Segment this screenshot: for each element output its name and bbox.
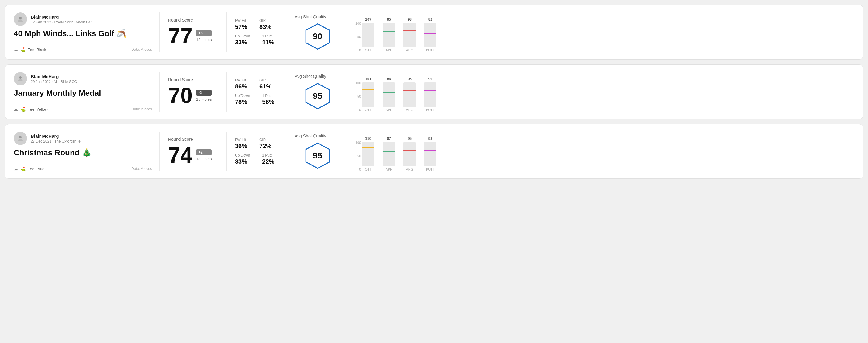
updown-stat: Up/Down 33% <box>235 34 250 46</box>
user-info: Blair McHarg 12 Feb 2022 · Royal North D… <box>31 14 92 24</box>
round-card-1: Blair McHarg 12 Feb 2022 · Royal North D… <box>5 5 863 60</box>
holes-label: 18 Holes <box>196 37 212 42</box>
tee-info: ☁ ⛳ Tee: Yellow <box>14 107 48 112</box>
bottom-row: ☁ ⛳ Tee: Black Data: Arccos <box>14 47 152 52</box>
bar-group-app: 86 APP <box>383 77 395 112</box>
weather-icon: ☁ <box>14 166 18 171</box>
quality-section: Avg Shot Quality 95 <box>287 72 348 112</box>
left-section: Blair McHarg 12 Feb 2022 · Royal North D… <box>14 12 160 52</box>
stats-row-bottom: Up/Down 33% 1 Putt 11% <box>235 34 278 46</box>
stats-section: FW Hit 36% GIR 72% Up/Down 33% 1 Putt 22… <box>226 132 287 171</box>
user-row: Blair McHarg 27 Dec 2021 · The Oxfordshi… <box>14 132 152 145</box>
gir-stat: GIR 61% <box>259 78 272 90</box>
score-number: 70 <box>168 85 192 106</box>
score-badge: +5 <box>196 30 212 36</box>
bar-chart: 100500 101 OTT 86 APP 96 ARG 99 <box>355 72 849 112</box>
fw-hit-stat: FW Hit 86% <box>235 78 247 90</box>
quality-label: Avg Shot Quality <box>294 133 326 138</box>
stats-row-bottom: Up/Down 78% 1 Putt 56% <box>235 94 278 105</box>
round-card-3: Blair McHarg 27 Dec 2021 · The Oxfordshi… <box>5 124 863 179</box>
quality-section: Avg Shot Quality 90 <box>287 12 348 52</box>
gir-stat: GIR 72% <box>259 138 272 150</box>
user-info: Blair McHarg 27 Dec 2021 · The Oxfordshi… <box>31 133 81 144</box>
oneputt-stat: 1 Putt 56% <box>262 94 274 105</box>
updown-stat: Up/Down 78% <box>235 94 250 105</box>
bottom-row: ☁ ⛳ Tee: Yellow Data: Arccos <box>14 107 152 112</box>
bar-group-ott: 101 OTT <box>362 77 374 112</box>
updown-stat: Up/Down 33% <box>235 153 250 165</box>
stats-row-top: FW Hit 36% GIR 72% <box>235 138 278 150</box>
hex-score: 95 <box>313 151 322 161</box>
chart-section: 100500 110 OTT 87 APP 95 ARG 93 <box>348 132 854 171</box>
user-row: Blair McHarg 12 Feb 2022 · Royal North D… <box>14 12 152 26</box>
score-badge: -2 <box>196 90 212 96</box>
score-detail: +5 18 Holes <box>196 30 212 42</box>
quality-label: Avg Shot Quality <box>294 14 326 19</box>
data-source: Data: Arccos <box>131 48 152 52</box>
user-name: Blair McHarg <box>31 74 77 79</box>
round-score-label: Round Score <box>168 77 218 82</box>
tee-info: ☁ ⛳ Tee: Blue <box>14 166 44 171</box>
avatar <box>14 12 27 26</box>
stats-section: FW Hit 86% GIR 61% Up/Down 78% 1 Putt 56… <box>226 72 287 112</box>
left-section: Blair McHarg 27 Dec 2021 · The Oxfordshi… <box>14 132 160 171</box>
score-section: Round Score 74 +2 18 Holes <box>160 132 226 171</box>
fw-hit-stat: FW Hit 57% <box>235 19 247 30</box>
round-card-2: Blair McHarg 29 Jan 2022 · Mill Ride GCC… <box>5 64 863 119</box>
hex-score: 90 <box>313 32 322 41</box>
quality-label: Avg Shot Quality <box>294 74 326 79</box>
score-number: 74 <box>168 144 192 166</box>
score-badge: +2 <box>196 149 212 155</box>
round-score-label: Round Score <box>168 18 218 23</box>
hexagon-wrapper: 95 <box>304 83 331 110</box>
tee-label: Tee: Blue <box>28 167 44 171</box>
bar-group-putt: 82 PUTT <box>424 17 436 52</box>
bar-group-app: 95 APP <box>383 17 395 52</box>
left-section: Blair McHarg 29 Jan 2022 · Mill Ride GCC… <box>14 72 160 112</box>
bag-icon: ⛳ <box>20 107 26 112</box>
user-info: Blair McHarg 29 Jan 2022 · Mill Ride GCC <box>31 74 77 84</box>
bar-group-arg: 98 ARG <box>403 17 415 52</box>
date-venue: 29 Jan 2022 · Mill Ride GCC <box>31 80 77 84</box>
quality-section: Avg Shot Quality 95 <box>287 132 348 171</box>
round-title: January Monthly Medal <box>14 89 152 98</box>
stats-row-top: FW Hit 57% GIR 83% <box>235 19 278 30</box>
hexagon-wrapper: 95 <box>304 142 331 169</box>
round-score-label: Round Score <box>168 137 218 142</box>
bar-group-app: 87 APP <box>383 136 395 171</box>
gir-stat: GIR 83% <box>259 19 272 30</box>
chart-section: 100500 107 OTT 95 APP 98 ARG 82 <box>348 12 854 52</box>
chart-section: 100500 101 OTT 86 APP 96 ARG 99 <box>348 72 854 112</box>
tee-info: ☁ ⛳ Tee: Black <box>14 47 46 52</box>
oneputt-stat: 1 Putt 22% <box>262 153 274 165</box>
round-title: 40 Mph Winds... Links Golf 🪃 <box>14 29 152 38</box>
tee-label: Tee: Black <box>28 48 46 52</box>
bag-icon: ⛳ <box>20 47 26 52</box>
user-name: Blair McHarg <box>31 14 92 20</box>
tee-label: Tee: Yellow <box>28 107 48 112</box>
score-section: Round Score 77 +5 18 Holes <box>160 12 226 52</box>
score-number: 77 <box>168 25 192 47</box>
stats-section: FW Hit 57% GIR 83% Up/Down 33% 1 Putt 11… <box>226 12 287 52</box>
data-source: Data: Arccos <box>131 167 152 171</box>
oneputt-stat: 1 Putt 11% <box>262 34 274 46</box>
weather-icon: ☁ <box>14 47 18 52</box>
bar-group-putt: 99 PUTT <box>424 77 436 112</box>
bar-group-arg: 96 ARG <box>403 77 415 112</box>
hexagon-wrapper: 90 <box>304 23 331 50</box>
score-section: Round Score 70 -2 18 Holes <box>160 72 226 112</box>
fw-hit-stat: FW Hit 36% <box>235 138 247 150</box>
score-row: 77 +5 18 Holes <box>168 25 218 47</box>
svg-point-0 <box>19 17 22 19</box>
score-row: 70 -2 18 Holes <box>168 85 218 106</box>
round-title: Christmas Round 🎄 <box>14 148 152 157</box>
bar-group-putt: 93 PUTT <box>424 136 436 171</box>
date-venue: 27 Dec 2021 · The Oxfordshire <box>31 139 81 144</box>
weather-icon: ☁ <box>14 107 18 112</box>
score-row: 74 +2 18 Holes <box>168 144 218 166</box>
bottom-row: ☁ ⛳ Tee: Blue Data: Arccos <box>14 166 152 171</box>
bar-group-arg: 95 ARG <box>403 136 415 171</box>
holes-label: 18 Holes <box>196 97 212 101</box>
stats-row-bottom: Up/Down 33% 1 Putt 22% <box>235 153 278 165</box>
avatar <box>14 132 27 145</box>
